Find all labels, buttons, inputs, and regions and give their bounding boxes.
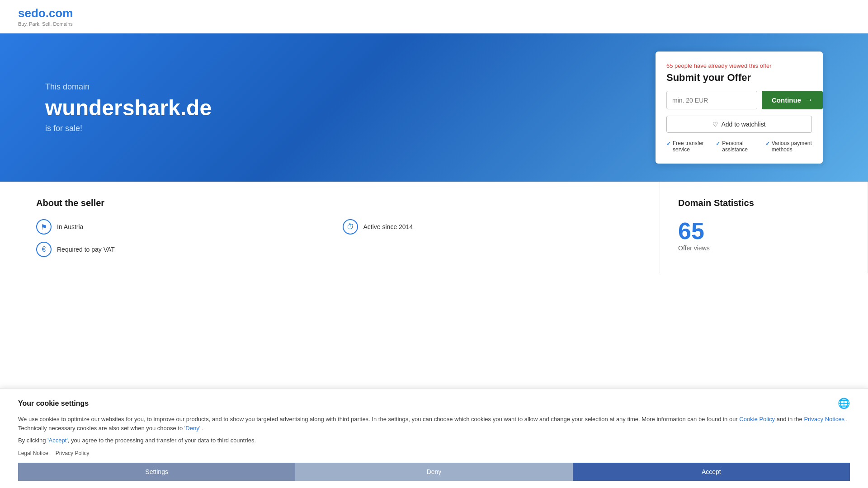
offer-views-count: 65 xyxy=(678,219,849,243)
offer-title: Submit your Offer xyxy=(666,72,812,84)
check-icon-assistance: ✓ xyxy=(716,141,720,147)
watchlist-button[interactable]: ♡ Add to watchlist xyxy=(666,116,812,133)
continue-arrow-icon: → xyxy=(805,95,813,105)
domain-stats-section: Domain Statistics 65 Offer views xyxy=(660,182,868,273)
offer-views-label: Offer views xyxy=(678,244,849,252)
logo-subtext: Buy. Park. Sell. Domains xyxy=(18,21,73,27)
about-seller-section: About the seller ⚑ In Austria ⏱ Active s… xyxy=(0,182,660,273)
check-icon-payment: ✓ xyxy=(765,141,770,147)
feature-payment: ✓ Various payment methods xyxy=(765,140,812,153)
hero-domain-name: wundershark.de xyxy=(45,95,656,120)
content-area: About the seller ⚑ In Austria ⏱ Active s… xyxy=(0,182,868,273)
seller-info-vat: € Required to pay VAT xyxy=(36,242,335,257)
hero-left: This domain wundershark.de is for sale! xyxy=(18,82,656,133)
check-icon-transfer: ✓ xyxy=(666,141,671,147)
about-seller-title: About the seller xyxy=(36,198,642,208)
logo[interactable]: sedo.com Buy. Park. Sell. Domains xyxy=(18,6,73,27)
vat-icon: € xyxy=(36,242,52,257)
hero-domain-label: This domain xyxy=(45,82,656,92)
site-header: sedo.com Buy. Park. Sell. Domains xyxy=(0,0,868,33)
heart-icon: ♡ xyxy=(712,121,718,128)
continue-label: Continue xyxy=(772,96,801,104)
feature-assistance-text: Personal assistance xyxy=(722,140,762,153)
feature-payment-text: Various payment methods xyxy=(772,140,812,153)
logo-text: sedo.com xyxy=(18,6,73,20)
seller-info-country: ⚑ In Austria xyxy=(36,219,335,235)
seller-vat-text: Required to pay VAT xyxy=(57,246,115,253)
offer-card: 65 people have already viewed this offer… xyxy=(656,52,823,164)
features-row: ✓ Free transfer service ✓ Personal assis… xyxy=(666,140,812,153)
offer-views-text: 65 people have already viewed this offer xyxy=(666,62,812,69)
offer-input-row: Continue → xyxy=(666,91,812,109)
seller-active-text: Active since 2014 xyxy=(363,223,413,230)
watchlist-label: Add to watchlist xyxy=(721,121,765,128)
continue-button[interactable]: Continue → xyxy=(762,91,823,109)
offer-input[interactable] xyxy=(666,91,757,109)
feature-transfer: ✓ Free transfer service xyxy=(666,140,713,153)
seller-info-grid: ⚑ In Austria ⏱ Active since 2014 € Requi… xyxy=(36,219,642,257)
feature-transfer-text: Free transfer service xyxy=(673,140,713,153)
domain-stats-title: Domain Statistics xyxy=(678,198,849,208)
seller-country-text: In Austria xyxy=(57,223,83,230)
hero-domain-sub: is for sale! xyxy=(45,124,656,133)
seller-info-active: ⏱ Active since 2014 xyxy=(343,219,642,235)
logo-main-text: sedo.com xyxy=(18,6,73,20)
flag-icon: ⚑ xyxy=(36,219,52,235)
feature-assistance: ✓ Personal assistance xyxy=(716,140,762,153)
hero-section: This domain wundershark.de is for sale! … xyxy=(0,33,868,182)
clock-icon: ⏱ xyxy=(343,219,358,235)
